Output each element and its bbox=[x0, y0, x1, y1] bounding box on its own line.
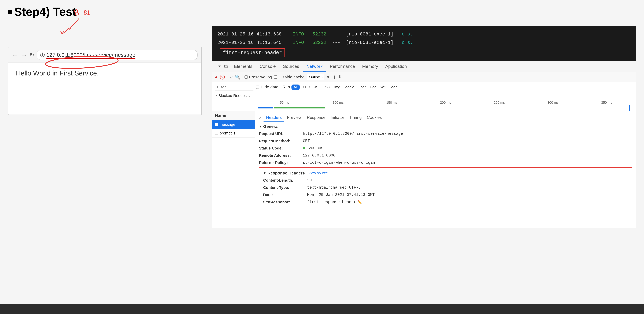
record-icon[interactable]: ● bbox=[215, 75, 218, 80]
request-url-key: Request URL: bbox=[259, 131, 303, 136]
filter-tag-media[interactable]: Media bbox=[343, 85, 356, 90]
left-panel: 8 -81 ← → ↻ ⓘ bbox=[8, 26, 202, 115]
terminal-area: 2021-01-25 16:41:13.638 INFO 52232 --- [… bbox=[212, 26, 636, 61]
detail-tabs: Headers Preview Response Initiator Timin… bbox=[264, 114, 384, 122]
date-row: Date: Mon, 25 Jan 2021 07:41:13 GMT bbox=[263, 192, 628, 197]
clear-icon[interactable]: 🚫 bbox=[220, 74, 225, 80]
referrer-policy-row: Referrer Policy: strict-origin-when-cros… bbox=[259, 160, 632, 165]
content-length-value: 29 bbox=[307, 178, 312, 183]
filter-row: Hide data URLs All XHR JS CSS Img Media … bbox=[212, 82, 636, 92]
name-list: Name message prompt.js bbox=[212, 111, 255, 228]
detail-tab-timing[interactable]: Timing bbox=[347, 114, 364, 122]
filter-tag-doc[interactable]: Doc bbox=[368, 85, 378, 90]
tab-application[interactable]: Application bbox=[382, 61, 410, 72]
export-icon[interactable]: ⬇ bbox=[338, 74, 342, 80]
date-key: Date: bbox=[263, 192, 307, 197]
filter-tag-font[interactable]: Font bbox=[357, 85, 367, 90]
detail-tab-headers[interactable]: Headers bbox=[264, 114, 284, 122]
terminal-level-1: INFO bbox=[293, 32, 304, 37]
cursor-icon[interactable]: ⊡ bbox=[218, 64, 222, 69]
content-type-key: Content-Type: bbox=[263, 185, 307, 190]
terminal-text-1: o.s. bbox=[402, 32, 413, 37]
remote-address-key: Remote Address: bbox=[259, 153, 303, 158]
request-method-row: Request Method: GET bbox=[259, 138, 632, 144]
filter-input[interactable] bbox=[215, 84, 254, 91]
terminal-text-2: o.s. bbox=[402, 40, 413, 45]
tab-memory[interactable]: Memory bbox=[358, 61, 382, 72]
tab-sources[interactable]: Sources bbox=[279, 61, 303, 72]
name-item-message[interactable]: message bbox=[212, 120, 255, 129]
devtools-icon-group: ⊡ ⧉ bbox=[215, 62, 230, 72]
timeline-area: 50 ms 100 ms 150 ms 200 ms 250 ms 300 ms… bbox=[212, 99, 636, 111]
edit-icon[interactable]: ✏️ bbox=[357, 199, 362, 204]
import-icon[interactable]: ⬆ bbox=[332, 74, 336, 80]
detail-tab-response[interactable]: Response bbox=[304, 114, 328, 122]
ruler-50ms: 50 ms bbox=[258, 101, 311, 105]
filter-tag-ws[interactable]: WS bbox=[379, 85, 388, 90]
remote-address-value: 127.0.0.1:8000 bbox=[303, 153, 336, 158]
ruler-300ms: 300 ms bbox=[526, 101, 580, 105]
devtools-tabs-bar: ⊡ ⧉ Elements Console Sources Network Per… bbox=[212, 61, 636, 72]
throttle-icon[interactable]: ▼ bbox=[326, 75, 330, 80]
response-headers-box: ▼ Response Headers view source Content-L… bbox=[259, 167, 632, 210]
page-container: Step4) Test 8 -81 bbox=[0, 0, 644, 314]
search-icon[interactable]: 🔍 bbox=[235, 74, 240, 80]
tab-elements[interactable]: Elements bbox=[230, 61, 256, 72]
page-title: Step4) Test bbox=[14, 5, 76, 19]
ruler-100ms: 100 ms bbox=[311, 101, 365, 105]
name-item-label-message: message bbox=[220, 122, 235, 127]
ruler-150ms: 150 ms bbox=[365, 101, 419, 105]
forward-button[interactable]: → bbox=[21, 52, 27, 58]
response-headers-section-title: ▼ Response Headers bbox=[263, 171, 305, 175]
device-icon[interactable]: ⧉ bbox=[224, 64, 228, 69]
status-code-row: Status Code: 200 OK bbox=[259, 145, 632, 151]
address-bar[interactable]: ⓘ 127.0.0.1:8000/first-service/message bbox=[37, 50, 198, 60]
filter-tag-man[interactable]: Man bbox=[389, 85, 398, 90]
tab-performance[interactable]: Performance bbox=[326, 61, 358, 72]
back-button[interactable]: ← bbox=[12, 52, 18, 58]
detail-tab-preview[interactable]: Preview bbox=[284, 114, 304, 122]
terminal-level-2: INFO bbox=[293, 40, 304, 45]
name-item-promptjs[interactable]: prompt.js bbox=[212, 129, 255, 138]
request-method-value: GET bbox=[303, 138, 310, 144]
filter-tag-img[interactable]: Img bbox=[333, 85, 342, 90]
tab-console[interactable]: Console bbox=[256, 61, 280, 72]
preserve-log-group: Preserve log bbox=[244, 75, 272, 80]
detail-panel: × Headers Preview Response Initiator Tim… bbox=[255, 111, 636, 228]
disable-cache-checkbox[interactable] bbox=[274, 76, 277, 79]
detail-tab-cookies[interactable]: Cookies bbox=[364, 114, 384, 122]
status-code-text: 200 OK bbox=[308, 146, 322, 150]
filter-icon[interactable]: ▽ bbox=[229, 74, 233, 80]
filter-tags: Hide data URLs All XHR JS CSS Img Media … bbox=[256, 85, 399, 90]
terminal-line-2: 2021-01-25 16:41:13.645 INFO 52232 --- [… bbox=[217, 39, 631, 47]
response-headers-triangle: ▼ bbox=[263, 171, 266, 175]
hide-data-urls-label: Hide data URLs bbox=[261, 85, 290, 89]
content-type-value: text/html;charset=UTF-8 bbox=[307, 185, 361, 190]
preserve-log-checkbox[interactable] bbox=[244, 76, 248, 79]
detail-header: × Headers Preview Response Initiator Tim… bbox=[259, 114, 632, 122]
hide-data-urls-checkbox[interactable] bbox=[256, 86, 260, 89]
response-headers-title-text: Response Headers bbox=[268, 171, 305, 175]
detail-tab-initiator[interactable]: Initiator bbox=[328, 114, 347, 122]
filter-tag-all[interactable]: All bbox=[292, 85, 300, 90]
request-method-key: Request Method: bbox=[259, 138, 303, 144]
first-response-row: first-response: first-response-header ✏️ bbox=[263, 199, 628, 205]
date-value: Mon, 25 Jan 2021 07:41:13 GMT bbox=[307, 192, 375, 197]
detail-close-button[interactable]: × bbox=[259, 115, 262, 120]
view-source-link[interactable]: view source bbox=[309, 171, 328, 175]
filter-tag-css[interactable]: CSS bbox=[321, 85, 332, 90]
timeline-green-bar bbox=[274, 107, 325, 109]
terminal-line-1: 2021-01-25 16:41:13.638 INFO 52232 --- [… bbox=[217, 30, 631, 39]
throttle-select[interactable]: Online bbox=[306, 74, 324, 80]
timeline-vertical-line bbox=[629, 105, 630, 111]
filter-tag-xhr[interactable]: XHR bbox=[301, 85, 312, 90]
terminal-thread-1: [nio-8081-exec-1] bbox=[346, 32, 394, 37]
content-area: 8 -81 ← → ↻ ⓘ bbox=[8, 26, 636, 309]
first-response-value: first-response-header bbox=[307, 199, 356, 205]
tab-network[interactable]: Network bbox=[303, 61, 326, 72]
filter-tag-js[interactable]: JS bbox=[313, 85, 320, 90]
blocked-requests-checkbox[interactable] bbox=[215, 95, 216, 96]
disable-cache-group: Disable cache bbox=[274, 75, 304, 80]
reload-button[interactable]: ↻ bbox=[30, 52, 34, 58]
terminal-time-2: 2021-01-25 16:41:13.645 bbox=[217, 40, 282, 45]
